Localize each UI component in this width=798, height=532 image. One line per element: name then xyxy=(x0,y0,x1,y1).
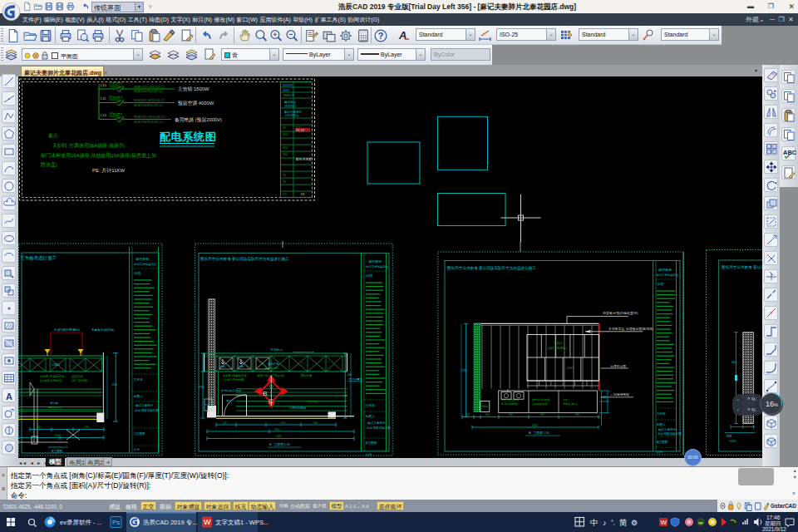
svg-text:°,: °, xyxy=(611,520,615,525)
svg-text:诚信装饰: 诚信装饰 xyxy=(368,259,382,264)
svg-text:2750: 2750 xyxy=(461,369,467,372)
svg-text:XXXXXXX: XXXXXXX xyxy=(284,105,296,108)
svg-text:创优工程饰装到位: 创优工程饰装到位 xyxy=(366,264,389,268)
svg-text:立面图 1:30: 立面图 1:30 xyxy=(274,442,290,446)
svg-text:浴霸: 浴霸 xyxy=(239,365,244,368)
svg-text:( 不锈钢台面): ( 不锈钢台面) xyxy=(532,402,548,406)
svg-text:3650: 3650 xyxy=(274,428,280,431)
svg-text:木龙骨 (石膏板吊顶): 木龙骨 (石膏板吊顶) xyxy=(223,373,248,377)
svg-text:XX: XX xyxy=(301,193,305,196)
svg-text:(由厂家定制): (由厂家定制) xyxy=(71,379,87,382)
svg-text:L11: L11 xyxy=(101,96,106,101)
svg-text:ZR-BV-3X2.5-PC20-WC.CC: ZR-BV-3X2.5-PC20-WC.CC xyxy=(134,99,165,102)
svg-text:(成品定制图案): (成品定制图案) xyxy=(548,347,567,350)
svg-text:说明:: 说明: xyxy=(657,282,664,286)
svg-text:(樱桃木饰面): (樱桃木饰面) xyxy=(48,406,62,409)
svg-text:⚙: ⚙ xyxy=(631,519,638,527)
svg-text:成品灯饰: 成品灯饰 xyxy=(71,375,83,378)
svg-text:关灯时,空调使用16A插座,插座为:: 关灯时,空调使用16A插座,插座为: xyxy=(52,142,126,149)
svg-text:寸为标准进行施工: 寸为标准进行施工 xyxy=(20,255,57,261)
svg-text:诚信装饰: 诚信装饰 xyxy=(658,268,672,272)
svg-text:烤漆玻璃饰面): 烤漆玻璃饰面) xyxy=(501,402,518,406)
svg-text:制图人: 制图人 xyxy=(657,423,666,426)
svg-text:消毒柜(成品): 消毒柜(成品) xyxy=(563,402,578,406)
svg-text:主材单: 主材单 xyxy=(657,411,666,416)
svg-text:操作台 (不锈钢): 操作台 (不锈钢) xyxy=(532,398,550,401)
svg-text:排风: 排风 xyxy=(220,365,225,368)
svg-text:主营销 1500W: 主营销 1500W xyxy=(178,86,209,91)
svg-text:石膏板吊顶(白色): 石膏板吊顶(白色) xyxy=(91,328,115,332)
svg-text:说明:: 说明: xyxy=(366,273,373,278)
svg-text:备用电路 (预留2000V): 备用电路 (预留2000V) xyxy=(175,117,222,123)
svg-text:洗碗机: 洗碗机 xyxy=(481,405,489,408)
svg-text:800: 800 xyxy=(603,396,607,399)
svg-text:诚信装饰: 诚信装饰 xyxy=(135,257,149,261)
svg-text:XXXXXX: XXXXXX xyxy=(283,84,293,87)
svg-text:XX: XX xyxy=(283,126,286,130)
svg-text:B: B xyxy=(269,442,272,446)
svg-text:( 白色乳胶漆饰面): ( 白色乳胶漆饰面) xyxy=(223,377,244,382)
svg-text:灯箱片: 灯箱片 xyxy=(554,341,563,345)
svg-text:2000: 2000 xyxy=(55,434,61,437)
svg-text:中: 中 xyxy=(590,518,598,527)
svg-text:吊顶内藏灯带(暖光): 吊顶内藏灯带(暖光) xyxy=(54,328,80,332)
svg-text:主材单: 主材单 xyxy=(134,377,143,382)
svg-text:B立面图: B立面图 xyxy=(366,441,377,445)
svg-text:北泰花园店施工图: 北泰花园店施工图 xyxy=(367,426,391,430)
svg-text:C: C xyxy=(268,398,273,404)
svg-text:XXXX: XXXX xyxy=(283,89,289,92)
svg-text:B立面图: B立面图 xyxy=(52,449,63,453)
svg-text:XXX/XXX: XXX/XXX xyxy=(109,98,120,101)
svg-text:鞋柜: 鞋柜 xyxy=(205,403,210,406)
svg-text:麻记夫妻肺片: 麻记夫妻肺片 xyxy=(135,403,154,407)
svg-text:浩辰CAD 2019 专...: 浩辰CAD 2019 专... xyxy=(143,519,197,526)
svg-text:配电系统图: 配电系统图 xyxy=(160,131,216,143)
svg-text:麻记夫妻肺片: 麻记夫妻肺片 xyxy=(658,427,677,431)
svg-text:XXX/XXX: XXX/XXX xyxy=(109,115,120,118)
svg-text:主材单: 主材单 xyxy=(366,403,375,407)
svg-text:X X: X X xyxy=(283,193,287,196)
svg-text:17:46: 17:46 xyxy=(766,515,781,520)
svg-text:A: A xyxy=(529,431,531,435)
svg-text:XXX: XXX xyxy=(727,435,732,438)
svg-text:4600: 4600 xyxy=(532,424,538,427)
svg-text:∟50角钢骨架: ∟50角钢骨架 xyxy=(610,392,629,397)
svg-text:350: 350 xyxy=(85,426,89,429)
svg-text:XXX: XXX xyxy=(283,153,288,156)
svg-text:350: 350 xyxy=(223,421,227,425)
svg-text:2021/9/12: 2021/9/12 xyxy=(762,526,786,532)
svg-text:图纸尺寸仅供参考 要以现场实际尺寸为依据进行施工: 图纸尺寸仅供参考 要以现场实际尺寸为依据进行施工 xyxy=(200,256,289,262)
svg-text:预留空调 4000W: 预留空调 4000W xyxy=(178,100,214,106)
svg-text:1500: 1500 xyxy=(280,421,286,425)
svg-text:木龙骨基层, 饰面板饰面(刷清漆): 木龙骨基层, 饰面板饰面(刷清漆) xyxy=(608,327,654,331)
svg-text:ZR-BV-3X2.5-PC20-WC.CC: ZR-BV-3X2.5-PC20-WC.CC xyxy=(134,116,165,119)
svg-text:壁纸饰面: 壁纸饰面 xyxy=(301,373,313,377)
svg-text:900: 900 xyxy=(509,413,513,416)
svg-text:配电系统图: 配电系统图 xyxy=(296,157,312,161)
svg-text:立面图 1:30: 立面图 1:30 xyxy=(534,431,549,435)
svg-text:北泰花园店施工图: 北泰花园店施工图 xyxy=(658,431,682,436)
svg-text:文字文稿1 - WPS...: 文字文稿1 - WPS... xyxy=(215,519,268,526)
svg-text:麻记夫妻肺片: 麻记夫妻肺片 xyxy=(367,421,386,425)
svg-text:冰柜+: 冰柜+ xyxy=(563,398,569,401)
svg-text:XXX: XXX xyxy=(283,133,288,136)
svg-text:创优工程饰装到位: 创优工程饰装到位 xyxy=(134,262,157,266)
svg-text:900: 900 xyxy=(732,361,736,364)
svg-text:XXXX: XXXX xyxy=(567,367,574,370)
svg-text:900: 900 xyxy=(313,421,318,425)
svg-text:玄关柜(白色混油): 玄关柜(白色混油) xyxy=(221,389,241,392)
svg-text:XX: XX xyxy=(283,174,286,177)
svg-text:制图人: 制图人 xyxy=(366,415,375,418)
svg-text:壁纸饰面: 壁纸饰面 xyxy=(308,400,318,403)
svg-text:W: W xyxy=(204,518,211,526)
svg-text:备注:: 备注: xyxy=(48,132,60,139)
svg-text:(由厂家定制): (由厂家定制) xyxy=(264,367,278,370)
svg-text:防水盖): 防水盖) xyxy=(41,161,57,168)
svg-text:创优工程饰装到位: 创优工程饰装到位 xyxy=(657,273,680,277)
svg-text:XX: XX xyxy=(283,180,286,184)
svg-text:( 白色乳胶漆饰面): ( 白色乳胶漆饰面) xyxy=(40,378,62,382)
svg-text:B: B xyxy=(263,390,267,397)
svg-text:PE: 共计11KW: PE: 共计11KW xyxy=(92,168,126,173)
svg-text:?: ? xyxy=(378,30,383,40)
svg-text:XXX: XXX xyxy=(283,146,288,150)
